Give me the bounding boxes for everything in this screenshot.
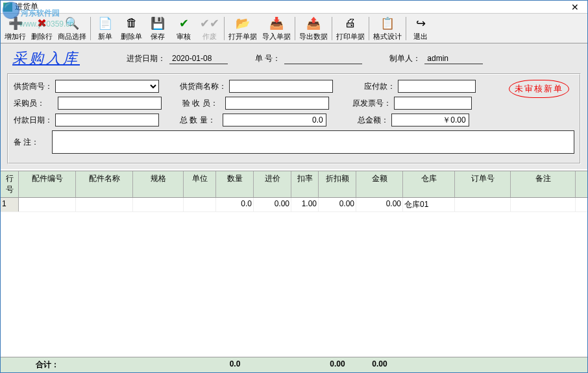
creator-input[interactable]: [424, 53, 483, 64]
col-header-11[interactable]: 订单号: [455, 171, 511, 197]
add-row-button[interactable]: ➕增加行: [2, 14, 29, 43]
col-header-0[interactable]: 行号: [1, 171, 19, 197]
pay-date-label: 付款日期：: [14, 115, 53, 126]
col-header-5[interactable]: 数量: [216, 171, 254, 197]
page-title: 采购入库: [7, 49, 93, 68]
cell[interactable]: [511, 198, 576, 211]
new-doc-button-icon: 📄: [97, 16, 113, 31]
export-data-button-icon: 📤: [306, 16, 321, 31]
col-header-9[interactable]: 金额: [356, 171, 403, 197]
footer-cell: 0.00: [356, 359, 403, 370]
exit-button-icon: ↪: [413, 16, 428, 31]
supplier-no-label: 供货商号：: [14, 81, 53, 92]
cell[interactable]: 0.00: [356, 198, 403, 211]
buyer-input[interactable]: [58, 97, 162, 110]
import-doc-button[interactable]: 📥导入单据: [260, 14, 293, 43]
delete-doc-button-label: 删除单: [121, 32, 142, 42]
format-design-button[interactable]: 📋格式设计: [371, 14, 404, 43]
data-grid: 行号配件编号配件名称规格单位数量进价扣率折扣额金额仓库订单号备注 10.00.0…: [1, 171, 587, 372]
date-label: 进货日期：: [127, 53, 165, 64]
print-doc-button[interactable]: 🖨打印单据: [334, 14, 367, 43]
total-qty-input: [223, 114, 326, 126]
delete-row-button-label: 删除行: [31, 32, 53, 42]
docno-input[interactable]: [284, 53, 362, 64]
product-select-button-label: 商品选择: [58, 32, 86, 42]
open-doc-button[interactable]: 📂打开单据: [226, 14, 260, 43]
product-select-button[interactable]: 🔍商品选择: [55, 14, 89, 43]
footer-cell: 0.00: [319, 359, 356, 370]
invoice-label: 原发票号：: [352, 98, 391, 109]
cell[interactable]: 0.00: [319, 198, 356, 211]
invoice-input[interactable]: [394, 97, 472, 110]
form-area: 采购入库 进货日期： 单 号： 制单人： 未审核新单 供货商号： 供货商名称： …: [1, 43, 587, 169]
footer-cell: [511, 359, 576, 370]
add-row-button-label: 增加行: [5, 32, 26, 42]
void-button: ✔✔作废: [197, 14, 223, 43]
docno-label: 单 号：: [255, 53, 280, 64]
col-header-1[interactable]: 配件编号: [19, 171, 76, 197]
footer-cell: [291, 359, 319, 370]
cell[interactable]: 0.00: [254, 198, 291, 211]
main-window: 进货单 ✕ ➕增加行✖删除行🔍商品选择📄新单🗑删除单💾保存✔审核✔✔作废📂打开单…: [0, 0, 588, 373]
footer-cell: [1, 359, 19, 370]
open-doc-button-icon: 📂: [235, 16, 251, 31]
format-design-button-label: 格式设计: [373, 32, 402, 42]
table-row[interactable]: 10.00.001.000.000.00仓库01: [1, 198, 587, 212]
delete-doc-button[interactable]: 🗑删除单: [118, 14, 145, 43]
app-icon: [3, 3, 12, 12]
add-row-button-icon: ➕: [8, 16, 23, 31]
grid-footer: 合计：0.00.000.00: [1, 357, 587, 372]
col-header-7[interactable]: 扣率: [291, 171, 319, 197]
inspector-label: 验 收 员：: [182, 98, 218, 109]
grid-header: 行号配件编号配件名称规格单位数量进价扣率折扣额金额仓库订单号备注: [1, 171, 587, 198]
payable-input[interactable]: [398, 80, 476, 93]
inspector-input[interactable]: [225, 97, 329, 110]
cell[interactable]: 1.00: [291, 198, 319, 211]
supplier-no-select[interactable]: [55, 80, 159, 93]
close-button[interactable]: ✕: [565, 2, 585, 12]
cell[interactable]: 1: [1, 198, 19, 211]
date-input[interactable]: [169, 53, 228, 64]
col-header-6[interactable]: 进价: [254, 171, 291, 197]
new-doc-button-label: 新单: [98, 32, 112, 42]
import-doc-button-label: 导入单据: [262, 32, 291, 42]
cell[interactable]: 0.0: [216, 198, 254, 211]
cell[interactable]: [133, 198, 184, 211]
format-design-button-icon: 📋: [380, 16, 395, 31]
remark-label: 备 注：: [14, 137, 39, 148]
cell[interactable]: 仓库01: [403, 198, 455, 211]
export-data-button[interactable]: 📤导出数据: [297, 14, 330, 43]
window-title: 进货单: [15, 1, 565, 12]
col-header-10[interactable]: 仓库: [403, 171, 455, 197]
new-doc-button[interactable]: 📄新单: [92, 14, 118, 43]
cell[interactable]: [455, 198, 511, 211]
footer-cell: 0.0: [216, 359, 254, 370]
exit-button[interactable]: ↪退出: [408, 14, 434, 43]
save-button[interactable]: 💾保存: [145, 14, 171, 43]
titlebar: 进货单 ✕: [1, 1, 587, 14]
payable-label: 应付款：: [364, 81, 395, 92]
col-header-3[interactable]: 规格: [133, 171, 184, 197]
remark-input[interactable]: [52, 130, 574, 154]
supplier-name-input[interactable]: [229, 80, 333, 93]
supplier-name-label: 供货商名称：: [180, 81, 227, 92]
audit-button[interactable]: ✔审核: [171, 14, 197, 43]
delete-row-button[interactable]: ✖删除行: [29, 14, 55, 43]
open-doc-button-label: 打开单据: [228, 32, 257, 42]
footer-cell: [184, 359, 216, 370]
creator-label: 制单人：: [389, 53, 421, 64]
grid-body[interactable]: 10.00.001.000.000.00仓库01: [1, 198, 587, 357]
cell[interactable]: [184, 198, 216, 211]
col-header-12[interactable]: 备注: [511, 171, 576, 197]
footer-cell: 合计：: [19, 359, 76, 370]
exit-button-label: 退出: [413, 32, 428, 42]
col-header-4[interactable]: 单位: [184, 171, 216, 197]
save-button-label: 保存: [151, 32, 165, 42]
total-amt-label: 总金额：: [358, 115, 389, 126]
pay-date-input[interactable]: [55, 114, 159, 126]
col-header-8[interactable]: 折扣额: [319, 171, 356, 197]
cell[interactable]: [19, 198, 76, 211]
print-doc-button-icon: 🖨: [343, 16, 358, 31]
cell[interactable]: [76, 198, 133, 211]
col-header-2[interactable]: 配件名称: [76, 171, 133, 197]
